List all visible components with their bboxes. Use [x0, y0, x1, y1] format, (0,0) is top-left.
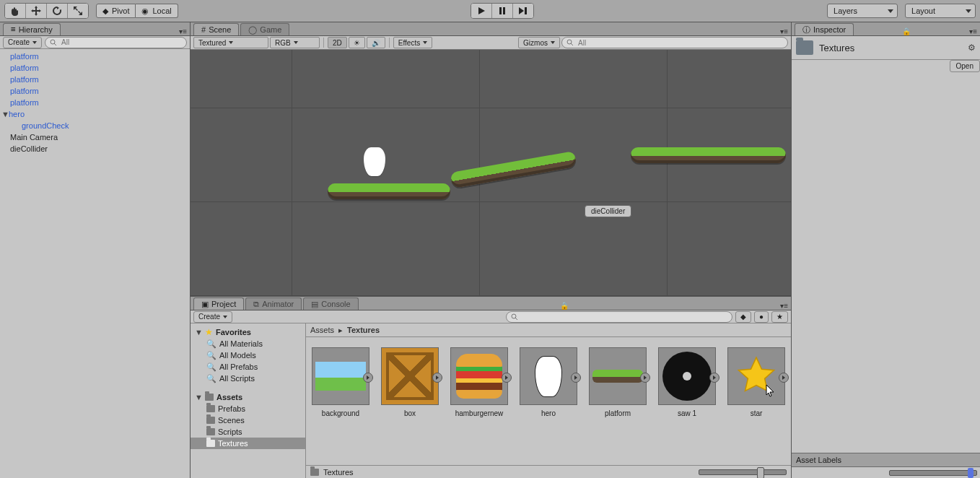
asset-expand-icon[interactable] — [432, 373, 442, 383]
scene-effects-dropdown[interactable]: Effects — [393, 37, 432, 48]
inspector-icon: ⓘ — [802, 24, 810, 35]
scene-audio-toggle[interactable]: 🔊 — [367, 37, 385, 48]
scene-sprite-platform[interactable] — [328, 183, 450, 199]
asset-expand-icon[interactable] — [571, 373, 581, 383]
scene-2d-toggle[interactable]: 2D — [328, 37, 347, 48]
asset-box[interactable]: box — [381, 347, 439, 417]
breadcrumb-root[interactable]: Assets — [310, 326, 334, 334]
project-zoom-slider[interactable] — [699, 469, 787, 475]
inspector-open-button[interactable]: Open — [950, 60, 980, 72]
pivot-toggle-button[interactable]: ◆ Pivot — [96, 4, 136, 18]
local-toggle-button[interactable]: ◉ Local — [136, 4, 178, 18]
move-tool-button[interactable] — [26, 4, 47, 18]
layout-dropdown[interactable]: Layout — [905, 4, 976, 18]
asset-platform[interactable]: platform — [589, 347, 647, 417]
hierarchy-item-diecollider[interactable]: dieCollider — [0, 143, 190, 155]
hierarchy-item[interactable]: platform — [0, 85, 190, 97]
project-fav-label: All Prefabs — [219, 361, 258, 373]
project-fav-item[interactable]: 🔍All Models — [191, 349, 305, 361]
project-fav-item[interactable]: 🔍All Materials — [191, 338, 305, 349]
project-tab[interactable]: ▣ Project — [193, 297, 244, 310]
game-tab[interactable]: ◯ Game — [240, 23, 289, 35]
hierarchy-item-hero[interactable]: ▼hero — [0, 108, 190, 120]
asset-hero[interactable]: hero — [520, 347, 577, 417]
asset-expand-icon[interactable] — [779, 373, 789, 383]
project-filter-button-2[interactable]: ● — [754, 311, 769, 323]
project-search[interactable] — [506, 311, 732, 323]
inspector-tab[interactable]: ⓘ Inspector — [795, 23, 854, 35]
scene-sprite-hero[interactable] — [364, 147, 385, 176]
project-asset-folder[interactable]: Scripts — [191, 426, 305, 438]
console-tab[interactable]: ▤ Console — [303, 297, 358, 310]
hierarchy-fold-icon[interactable]: ▼ — [1, 108, 9, 120]
hierarchy-tab[interactable]: ≡ Hierarchy — [3, 23, 61, 35]
asset-saw[interactable]: saw 1 — [658, 347, 716, 417]
scene-view[interactable]: dieCollider — [191, 50, 791, 296]
asset-hamburger[interactable]: hamburgernew — [450, 347, 508, 417]
gear-icon[interactable]: ⚙ — [968, 43, 976, 53]
scene-render-dropdown[interactable]: RGB — [270, 37, 320, 48]
project-fav-item[interactable]: 🔍All Scripts — [191, 373, 305, 384]
rotate-tool-button[interactable] — [47, 4, 68, 18]
hand-tool-button[interactable] — [5, 4, 26, 18]
hierarchy-context-icon[interactable]: ▾≡ — [179, 27, 187, 35]
scene-label-diecollider[interactable]: dieCollider — [585, 205, 631, 217]
layers-dropdown[interactable]: Layers — [827, 4, 898, 18]
inspector-preview-slider[interactable] — [889, 470, 977, 476]
pause-button[interactable] — [492, 4, 513, 18]
scene-gizmos-dropdown[interactable]: Gizmos — [518, 37, 560, 48]
project-create-button[interactable]: Create — [193, 311, 232, 323]
scene-search[interactable] — [561, 37, 788, 48]
play-button[interactable] — [471, 4, 492, 18]
hierarchy-item[interactable]: platform — [0, 74, 190, 85]
project-filter-button-1[interactable]: ◆ — [735, 311, 751, 323]
scene-sprite-platform[interactable] — [631, 147, 786, 163]
asset-expand-icon[interactable] — [363, 373, 373, 383]
hierarchy-search-input[interactable] — [60, 38, 182, 47]
hierarchy-item[interactable]: platform — [0, 51, 190, 62]
project-search-input[interactable] — [521, 312, 727, 321]
inspector-lock-icon[interactable]: 🔒 — [902, 27, 911, 35]
project-fav-label: All Materials — [219, 338, 263, 349]
inspector-context-icon[interactable]: ▾≡ — [969, 27, 977, 35]
project-filter-button-3[interactable]: ★ — [771, 311, 788, 323]
project-asset-folder[interactable]: Prefabs — [191, 403, 305, 414]
project-favorites-node[interactable]: ▼★ Favorites — [191, 326, 305, 338]
project-lock-icon[interactable]: 🔒 — [560, 302, 569, 310]
scale-tool-button[interactable] — [68, 4, 88, 18]
project-context-icon[interactable]: ▾≡ — [780, 302, 788, 310]
scene-tab[interactable]: # Scene — [193, 23, 239, 35]
scene-light-toggle[interactable]: ☀ — [349, 37, 365, 48]
step-button[interactable] — [513, 4, 533, 18]
inspector-asset-labels-header[interactable]: Asset Labels — [792, 453, 980, 467]
asset-star[interactable]: star — [727, 347, 785, 417]
project-assets-label: Assets — [216, 391, 242, 403]
hierarchy-create-button[interactable]: Create — [3, 37, 42, 48]
animator-tab[interactable]: ⧉ Animator — [245, 297, 302, 310]
asset-name: box — [404, 409, 416, 417]
transform-tool-group — [4, 3, 89, 19]
folder-icon — [206, 428, 215, 435]
project-asset-label: Prefabs — [218, 403, 245, 414]
hierarchy-search[interactable] — [45, 37, 187, 48]
scene-tabbar: # Scene ◯ Game ▾≡ — [191, 22, 791, 36]
project-asset-folder-textures[interactable]: Textures — [191, 438, 305, 449]
project-tabbar: ▣ Project ⧉ Animator ▤ Console 🔒 ▾≡ — [191, 297, 791, 310]
asset-expand-icon[interactable] — [502, 373, 512, 383]
hierarchy-item[interactable]: platform — [0, 97, 190, 108]
project-assets-node[interactable]: ▼ Assets — [191, 391, 305, 403]
breadcrumb-leaf[interactable]: Textures — [347, 326, 380, 334]
project-fav-item[interactable]: 🔍All Prefabs — [191, 361, 305, 373]
search-icon: 🔍 — [206, 373, 216, 384]
scene-context-icon[interactable]: ▾≡ — [780, 27, 788, 35]
scene-search-input[interactable] — [577, 38, 783, 48]
project-asset-folder[interactable]: Scenes — [191, 414, 305, 426]
hierarchy-item-maincamera[interactable]: Main Camera — [0, 131, 190, 143]
scene-shading-dropdown[interactable]: Textured — [193, 37, 268, 48]
asset-background[interactable]: background — [312, 347, 369, 417]
asset-expand-icon[interactable] — [709, 373, 719, 383]
hierarchy-item[interactable]: platform — [0, 62, 190, 74]
hierarchy-item-groundcheck[interactable]: groundCheck — [0, 120, 190, 131]
asset-expand-icon[interactable] — [640, 373, 650, 383]
inspector-tabbar: ⓘ Inspector 🔒 ▾≡ — [792, 22, 980, 36]
